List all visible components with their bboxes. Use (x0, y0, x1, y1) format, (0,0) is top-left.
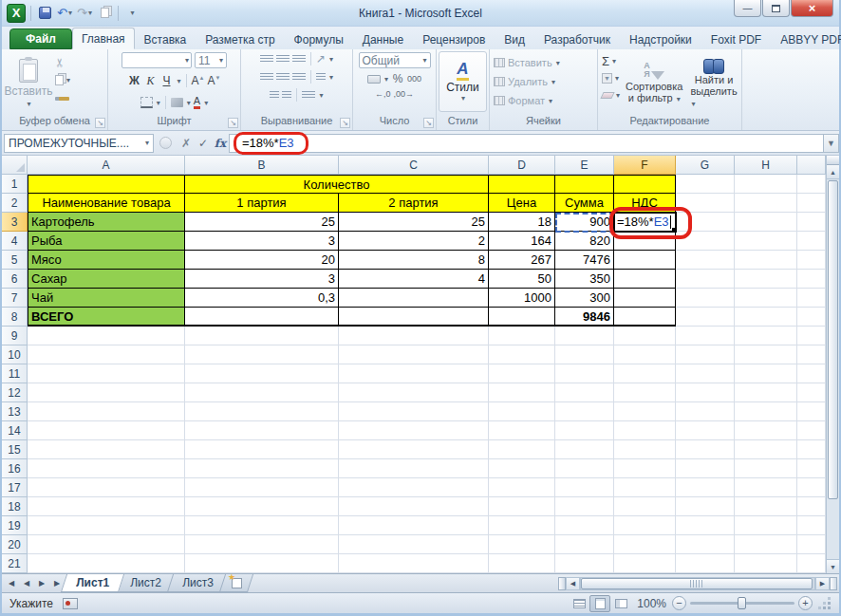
clear-button[interactable]: ▾ (602, 88, 620, 103)
cell-x2[interactable] (797, 194, 826, 213)
cell-x12[interactable] (797, 383, 826, 402)
cell-E2[interactable]: Сумма (555, 194, 614, 213)
cell-B18[interactable] (185, 497, 339, 516)
cut-button[interactable]: ✂ (55, 55, 84, 69)
cell-x1[interactable] (797, 175, 826, 194)
cell-A1[interactable] (28, 175, 185, 194)
cell-D4[interactable]: 164 (489, 232, 555, 251)
cell-G8[interactable] (676, 308, 735, 327)
cell-C8[interactable] (339, 308, 489, 327)
cell-E10[interactable] (555, 345, 614, 364)
cell-F19[interactable] (614, 516, 676, 535)
excel-logo-icon[interactable]: X (7, 4, 26, 23)
row-header-11[interactable]: 11 (2, 364, 28, 383)
row-header-21[interactable]: 21 (2, 554, 28, 573)
row-header-8[interactable]: 8 (2, 308, 28, 327)
paste-button[interactable]: Вставить ▾ (6, 52, 51, 114)
cell-E1[interactable] (555, 175, 614, 194)
cell-E6[interactable]: 350 (555, 270, 614, 289)
cell-G4[interactable] (676, 232, 735, 251)
cell-D16[interactable] (489, 459, 555, 478)
cell-A4[interactable]: Рыба (28, 232, 185, 251)
align-center-icon[interactable] (276, 73, 290, 82)
merge-center-icon[interactable] (316, 73, 326, 82)
cell-H8[interactable] (735, 308, 797, 327)
row-header-9[interactable]: 9 (2, 327, 28, 345)
cell-A7[interactable]: Чай (28, 289, 185, 308)
formula-input[interactable]: =18%*E3 (229, 134, 823, 153)
find-select-button[interactable]: Найти и выделить ▾ (688, 52, 738, 114)
cell-D17[interactable] (489, 478, 555, 497)
cell-C9[interactable] (339, 327, 489, 345)
cell-A10[interactable] (28, 345, 185, 364)
cell-D9[interactable] (489, 327, 555, 345)
cell-D10[interactable] (489, 345, 555, 364)
cell-G21[interactable] (676, 554, 735, 573)
cell-D11[interactable] (489, 364, 555, 383)
comma-format-button[interactable]: 000 (407, 74, 421, 84)
column-header-sliver[interactable] (797, 156, 826, 175)
fill-color-icon[interactable] (171, 98, 183, 107)
cell-B3[interactable]: 25 (185, 213, 339, 232)
column-header-E[interactable]: E (555, 156, 614, 175)
cell-A8[interactable]: ВСЕГО (28, 308, 185, 327)
cell-H3[interactable] (735, 213, 797, 232)
cell-H5[interactable] (735, 251, 797, 270)
cell-G3[interactable] (676, 213, 735, 232)
cell-F5[interactable] (614, 251, 676, 270)
cell-H18[interactable] (735, 497, 797, 516)
cell-D2[interactable]: Цена (489, 194, 555, 213)
cell-E3[interactable]: 900 (555, 213, 614, 232)
copy-button[interactable]: ▾ (55, 73, 84, 87)
autosum-button[interactable]: Σ▾ (602, 54, 620, 68)
cell-B20[interactable] (185, 535, 339, 554)
cell-E9[interactable] (555, 327, 614, 345)
first-sheet-button[interactable]: ◀ (5, 579, 18, 588)
cell-D14[interactable] (489, 421, 555, 440)
cell-C16[interactable] (339, 459, 489, 478)
cell-x10[interactable] (797, 345, 826, 364)
column-header-H[interactable]: H (735, 156, 797, 175)
clipboard-dialog-launcher[interactable]: ↘ (95, 118, 105, 128)
italic-button[interactable]: К (143, 74, 157, 88)
cell-C18[interactable] (339, 497, 489, 516)
cell-G9[interactable] (676, 327, 735, 345)
cell-G13[interactable] (676, 402, 735, 421)
cell-E13[interactable] (555, 402, 614, 421)
row-header-10[interactable]: 10 (2, 345, 28, 364)
cell-G20[interactable] (676, 535, 735, 554)
cell-B15[interactable] (185, 440, 339, 459)
row-header-4[interactable]: 4 (2, 232, 28, 251)
cell-B19[interactable] (185, 516, 339, 535)
cell-C15[interactable] (339, 440, 489, 459)
insert-function-button[interactable]: fx (212, 137, 229, 150)
name-box-splitter[interactable] (159, 137, 172, 149)
cell-A9[interactable] (28, 327, 185, 345)
cell-F2[interactable]: НДС (614, 194, 676, 213)
cell-B5[interactable]: 20 (185, 251, 339, 270)
cell-H21[interactable] (735, 554, 797, 573)
cell-E16[interactable] (555, 459, 614, 478)
cell-G12[interactable] (676, 383, 735, 402)
save-button[interactable] (36, 5, 53, 22)
align-bottom-icon[interactable] (292, 55, 306, 64)
cell-C7[interactable] (339, 289, 489, 308)
cell-H13[interactable] (735, 402, 797, 421)
cell-B12[interactable] (185, 383, 339, 402)
insert-sheet-button[interactable] (218, 574, 252, 592)
row-header-13[interactable]: 13 (2, 402, 28, 421)
cell-x18[interactable] (797, 497, 826, 516)
horizontal-split-handle-right[interactable] (830, 577, 837, 590)
column-header-C[interactable]: C (339, 156, 489, 175)
cell-H7[interactable] (735, 289, 797, 308)
column-header-D[interactable]: D (489, 156, 555, 175)
cell-H15[interactable] (735, 440, 797, 459)
zoom-thumb[interactable] (738, 597, 746, 609)
cell-G15[interactable] (676, 440, 735, 459)
cell-G17[interactable] (676, 478, 735, 497)
cell-x11[interactable] (797, 364, 826, 383)
cell-G19[interactable] (676, 516, 735, 535)
cell-D18[interactable] (489, 497, 555, 516)
row-header-17[interactable]: 17 (2, 478, 28, 497)
cell-H16[interactable] (735, 459, 797, 478)
